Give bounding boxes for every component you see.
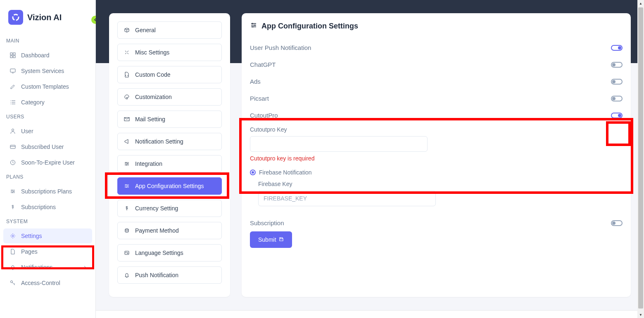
palette-icon — [124, 94, 130, 100]
sidebar-item-label: Subscriptions Plans — [21, 188, 72, 195]
picsart-label: Picsart — [250, 95, 269, 102]
chevron-right-icon — [83, 264, 87, 271]
logo-icon — [8, 10, 23, 25]
settings-nav-currency[interactable]: Currency Setting — [117, 200, 222, 217]
settings-nav-integration[interactable]: Integration — [117, 155, 222, 172]
bell-icon — [10, 264, 16, 271]
sidebar-item-subscriptions-plans[interactable]: Subscriptions Plans — [3, 184, 92, 199]
sidebar-item-category[interactable]: Category — [3, 95, 92, 110]
sidebar-item-user[interactable]: User — [3, 124, 92, 139]
settings-nav-label: Payment Method — [135, 227, 179, 234]
settings-nav-mail[interactable]: Mail Setting — [117, 111, 222, 128]
sidebar-item-label: Settings — [21, 233, 42, 239]
sidebar-item-notifications[interactable]: Notifications — [3, 260, 92, 275]
svg-point-10 — [13, 191, 14, 192]
config-row-ads: Ads — [250, 73, 623, 90]
coins-icon — [124, 227, 130, 234]
sidebar-item-settings[interactable]: Settings — [3, 228, 92, 243]
settings-nav-push[interactable]: Push Notification — [117, 266, 222, 284]
sidebar-item-label: Subscribed User — [21, 144, 64, 150]
sidebar-item-label: Soon-To-Expire User — [21, 159, 75, 166]
firebase-radio-label: Firebase Notification — [259, 169, 312, 176]
edit-icon — [10, 83, 16, 90]
cutoutpro-key-input[interactable] — [250, 136, 428, 152]
settings-nav-customization[interactable]: Customization — [117, 88, 222, 106]
gear-icon — [10, 233, 16, 239]
svg-point-19 — [127, 186, 128, 186]
settings-nav-app-config[interactable]: App Configuration Settings — [117, 177, 222, 195]
svg-point-9 — [12, 190, 12, 191]
sidebar-item-subscriptions[interactable]: Subscriptions — [3, 200, 92, 214]
sliders-icon — [124, 160, 130, 167]
svg-point-15 — [126, 162, 126, 163]
sliders-icon — [10, 188, 16, 195]
firebase-notification-radio[interactable]: Firebase Notification — [250, 166, 623, 181]
logo-text: Vizion AI — [27, 13, 62, 22]
sidebar-item-access-control[interactable]: Access-Control — [3, 276, 92, 290]
settings-nav-general[interactable]: General — [117, 21, 222, 39]
user-icon — [10, 128, 16, 134]
sidebar-item-soon-expire[interactable]: Soon-To-Expire User — [3, 155, 92, 170]
settings-nav-language[interactable]: Language Settings — [117, 244, 222, 261]
sidebar-section-title: PLANS — [0, 171, 95, 183]
cutoutpro-label: CutoutPro — [250, 112, 278, 119]
settings-nav-label: Misc Settings — [135, 49, 169, 56]
sidebar-item-custom-templates[interactable]: Custom Templates — [3, 79, 92, 94]
cutoutpro-key-error: Cutoutpro key is required — [250, 155, 623, 162]
main: GeneralMisc SettingsCustom CodeCustomiza… — [96, 0, 644, 318]
firebase-key-block: Firebase Key — [250, 181, 623, 206]
sidebar-section-title: USERS — [0, 111, 95, 123]
footer: Vizion AI. Copyright © 2024 Built with ♥… — [96, 310, 644, 318]
settings-nav-label: Push Notification — [135, 272, 178, 278]
config-card: App Configuration Settings User Push Not… — [242, 13, 631, 297]
monitor-icon — [10, 68, 16, 74]
settings-nav-label: Currency Setting — [135, 205, 178, 212]
svg-point-6 — [12, 129, 14, 131]
bell-icon — [124, 272, 130, 278]
sidebar-item-label: System Services — [21, 68, 64, 74]
settings-nav-payment[interactable]: Payment Method — [117, 222, 222, 239]
svg-point-17 — [126, 165, 127, 165]
firebase-key-input[interactable] — [258, 191, 436, 206]
svg-point-20 — [126, 187, 127, 188]
sidebar-item-subscribed-user[interactable]: Subscribed User — [3, 139, 92, 154]
sidebar-item-system-services[interactable]: System Services — [3, 64, 92, 78]
settings-nav-label: Notification Setting — [135, 138, 183, 145]
cutoutpro-key-label: Cutoutpro Key — [250, 126, 623, 133]
ads-toggle[interactable] — [611, 79, 623, 85]
scroll-down-icon[interactable]: ▼ — [637, 311, 644, 318]
settings-nav-custom-code[interactable]: Custom Code — [117, 66, 222, 83]
card-icon — [10, 144, 16, 150]
settings-nav-misc[interactable]: Misc Settings — [117, 44, 222, 61]
dollar-icon — [10, 204, 16, 210]
config-row-user-push-notification: User Push Notification — [250, 39, 623, 56]
sidebar-item-dashboard[interactable]: Dashboard — [3, 48, 92, 63]
subscription-toggle[interactable] — [611, 220, 623, 226]
settings-nav-label: App Configuration Settings — [135, 183, 204, 189]
megaphone-icon — [124, 138, 130, 145]
firebase-key-label: Firebase Key — [258, 181, 623, 187]
sidebar-item-pages[interactable]: Pages — [3, 244, 92, 259]
svg-point-21 — [125, 229, 128, 230]
user-push-notification-label: User Push Notification — [250, 44, 311, 51]
chatgpt-toggle[interactable] — [611, 62, 623, 68]
logo-area: Vizion AI — [0, 0, 95, 35]
sidebar-item-label: Notifications — [21, 264, 52, 271]
submit-button[interactable]: Submit — [250, 231, 292, 248]
chatgpt-label: ChatGPT — [250, 61, 276, 68]
sidebar-item-label: Category — [21, 99, 45, 106]
picsart-toggle[interactable] — [611, 96, 623, 101]
settings-nav-notification-setting[interactable]: Notification Setting — [117, 133, 222, 150]
box-icon — [124, 27, 130, 33]
sidebar-item-label: User — [21, 128, 33, 134]
cutoutpro-toggle[interactable] — [611, 113, 623, 118]
user-push-notification-toggle[interactable] — [611, 45, 623, 51]
sidebar-item-label: Custom Templates — [21, 83, 69, 90]
mail-icon — [124, 116, 130, 122]
svg-point-23 — [252, 23, 253, 24]
svg-point-25 — [252, 26, 254, 28]
sidebar-section-title: SYSTEM — [0, 215, 95, 228]
save-icon — [279, 236, 284, 243]
svg-rect-3 — [10, 56, 12, 58]
sidebar-item-label: Subscriptions — [21, 204, 56, 210]
